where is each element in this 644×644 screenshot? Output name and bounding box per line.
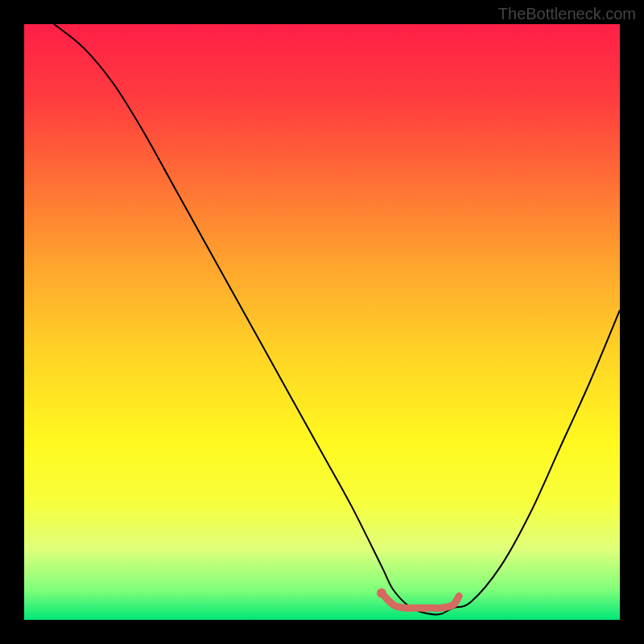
marker-start-dot xyxy=(377,588,386,598)
marker-curve xyxy=(382,593,459,609)
main-curve xyxy=(54,24,620,615)
chart-svg xyxy=(24,24,620,620)
chart-container: TheBottleneck.com xyxy=(0,0,644,644)
watermark-text: TheBottleneck.com xyxy=(498,5,636,23)
